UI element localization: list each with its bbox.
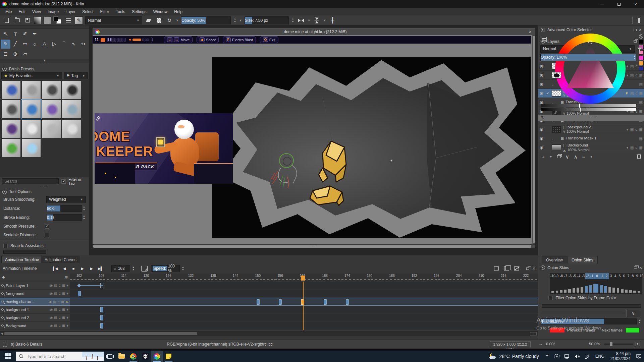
track-alpha-icon[interactable]: α — [59, 308, 61, 311]
brush-preset-alchemy-flask[interactable] — [1, 139, 21, 158]
lock-icon[interactable] — [2, 190, 7, 194]
track-alpha-icon[interactable]: α — [58, 300, 60, 304]
line-tool[interactable]: ╱ — [10, 40, 20, 49]
assistant-magnetism-box[interactable] — [3, 250, 46, 254]
filter-in-tag-checkbox[interactable]: ✓ — [61, 179, 66, 184]
text-tool[interactable]: T — [10, 29, 20, 39]
color-picker-cursor[interactable] — [588, 41, 592, 44]
keyframe-fill-frame-156[interactable] — [279, 299, 282, 305]
recent-color-swatch-4[interactable] — [639, 61, 644, 65]
add-layer-dropdown[interactable]: ▼ — [549, 155, 552, 159]
frame-display-mode-icon[interactable] — [504, 266, 509, 270]
keyframe-fill-frame-150[interactable] — [257, 299, 260, 305]
track-onion-icon[interactable]: ● — [66, 324, 68, 327]
onion-opacity-bar--7[interactable] — [564, 290, 567, 293]
track-frames-row[interactable] — [70, 282, 538, 290]
onion-skin-bulb-icon[interactable]: ● — [626, 64, 629, 68]
brush-preset-wet-purple[interactable] — [1, 119, 21, 138]
onion-opacity-bar-10[interactable] — [638, 291, 640, 293]
game-button-move[interactable]: ←→Move — [164, 36, 193, 43]
track-onion-icon[interactable]: ● — [66, 308, 68, 311]
track-inherit-icon[interactable]: ▦ — [62, 292, 65, 295]
track-inherit-icon[interactable]: ▦ — [61, 300, 64, 304]
distance-slider[interactable]: 50.0 — [47, 205, 82, 212]
onion-opacity-bar-2[interactable] — [604, 286, 607, 293]
scalable-distance-checkbox[interactable] — [45, 233, 49, 237]
onion-offset--1[interactable]: -1 — [590, 273, 594, 279]
taskbar-weather-widget[interactable]: 28°C Partly cloudy — [487, 353, 541, 360]
track-visibility-icon[interactable]: ◉ — [50, 284, 53, 287]
brush-preset-marker-black[interactable] — [62, 80, 81, 99]
brush-preset-basic-6-details[interactable] — [21, 100, 41, 119]
layer-visibility-icon[interactable]: ◉ — [540, 145, 544, 150]
crop-tool[interactable]: ▱ — [20, 50, 30, 59]
taskbar-search-input[interactable] — [26, 354, 73, 359]
freehand-path-tool[interactable]: ∿ — [69, 40, 78, 49]
brush-preset-soft-airbrush[interactable] — [21, 80, 41, 99]
lock-icon[interactable] — [541, 28, 545, 32]
layer-row-background-2[interactable]: ◉▢background 2∨100% Normal●▤α▦ — [538, 125, 644, 134]
playhead-ruler-marker[interactable] — [301, 276, 305, 281]
track-lock-icon[interactable]: ▤ — [54, 324, 57, 327]
layer-select-checkbox[interactable]: ✓ — [546, 91, 550, 96]
brush-search-input[interactable] — [2, 178, 59, 184]
game-button-exit[interactable]: QExit — [260, 36, 278, 43]
track-onion-icon[interactable]: ☀ — [65, 300, 68, 304]
menu-select[interactable]: Select — [79, 9, 97, 15]
pin-icon[interactable] — [1, 301, 4, 303]
keyframe-fill-frame-108[interactable] — [100, 315, 103, 320]
onion-offset-4[interactable]: 4 — [613, 273, 618, 279]
track-frames-row[interactable] — [70, 322, 538, 330]
onion-skin-toggle-icon[interactable] — [494, 266, 499, 270]
brush-preset-pencil[interactable] — [1, 100, 21, 119]
canvas-horizontal-scrollbar[interactable]: ······ — [93, 244, 535, 248]
float-docker-icon[interactable] — [634, 266, 637, 269]
mirror-horizontal-dropdown[interactable]: ▼ — [308, 19, 311, 22]
playback-speed-spinbox[interactable]: Speed:100 % — [151, 265, 180, 272]
onion-skin-bulb-icon[interactable]: ● — [626, 145, 629, 149]
track-lock-icon[interactable]: ▤ — [53, 300, 56, 304]
layer-visibility-icon[interactable]: ◉ — [540, 136, 544, 141]
pin-icon[interactable] — [1, 308, 4, 311]
snap-to-assistants-checkbox[interactable] — [3, 244, 8, 248]
keyframe-fill-frame-102[interactable] — [78, 291, 81, 296]
menu-edit[interactable]: Edit — [15, 9, 29, 15]
layer-visibility-icon[interactable]: ◉ — [540, 73, 544, 77]
onion-opacity-bar-8[interactable] — [629, 290, 632, 293]
expand-icon[interactable]: ∨ — [563, 129, 566, 133]
eraser-mode-button[interactable] — [145, 16, 153, 24]
workspace-chooser-button[interactable] — [633, 17, 641, 24]
close-docker-icon[interactable]: × — [533, 266, 535, 271]
game-button-shoot[interactable]: ◆Shoot — [197, 36, 219, 43]
add-track-button[interactable]: + — [2, 274, 5, 280]
language-indicator[interactable]: ENG — [593, 354, 606, 359]
onion-expand-button[interactable]: ∨ — [626, 310, 640, 317]
toolbox-grip[interactable] — [0, 25, 89, 29]
move-layer-down-button[interactable]: ∨ — [566, 154, 569, 160]
onion-skin-opacity-widget[interactable]: -10-9-8-7-6-5-4-3-2-1012345678910 — [550, 273, 642, 294]
onion-offset--2[interactable]: -2 — [585, 273, 590, 279]
menu-image[interactable]: Image — [44, 9, 62, 15]
track-onion-icon[interactable]: ● — [66, 316, 68, 319]
layer-lock-icon[interactable]: ▤ — [630, 73, 634, 77]
onion-opacity-bar--6[interactable] — [568, 289, 571, 293]
tint-spinner[interactable]: ▲▼ — [638, 319, 642, 324]
onion-opacity-bar-7[interactable] — [625, 290, 628, 293]
track-visibility-icon[interactable]: ◉ — [50, 316, 53, 319]
play-button[interactable]: ▶ — [78, 265, 87, 272]
foreground-background-colors[interactable] — [53, 16, 62, 24]
tab-onion-skins[interactable]: Onion Skins — [567, 256, 598, 263]
refresh-colors-icon[interactable]: ↻ — [541, 115, 545, 120]
taskbar-clock[interactable]: 8:44 pm 21/02/2024 — [608, 351, 633, 361]
track-paint-layer-1[interactable]: Paint Layer 1◉▤α▦● — [0, 282, 70, 290]
maximize-button[interactable] — [610, 0, 627, 8]
opacity-dropdown-arrow[interactable]: ▼ — [239, 19, 242, 22]
track-alpha-icon[interactable]: α — [59, 316, 61, 319]
close-button[interactable]: × — [627, 0, 644, 8]
onion-offset-3[interactable]: 3 — [609, 273, 613, 279]
brush-preset-chooser[interactable]: ✎ — [75, 16, 83, 24]
onion-offset-10[interactable]: 10 — [639, 273, 644, 279]
skip-to-end-button[interactable]: ▶▌ — [96, 265, 105, 272]
track-lock-icon[interactable]: ▤ — [54, 284, 57, 287]
timeline-frames-area[interactable] — [70, 282, 538, 330]
